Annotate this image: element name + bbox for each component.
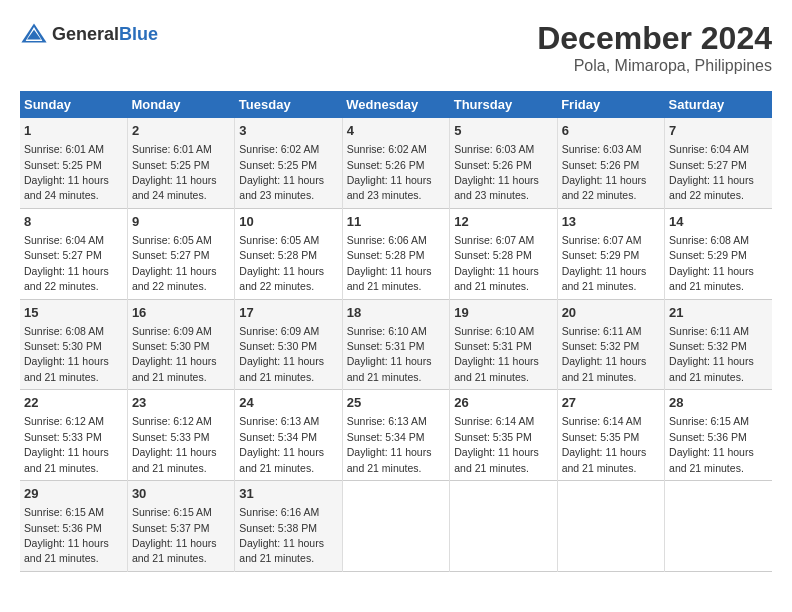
daylight-info: Daylight: 11 hours and 21 minutes. [239,537,324,564]
calendar-week-5: 29 Sunrise: 6:15 AM Sunset: 5:36 PM Dayl… [20,481,772,572]
day-number: 12 [454,213,552,231]
sunrise-info: Sunrise: 6:10 AM [454,325,534,337]
sunset-info: Sunset: 5:29 PM [562,249,640,261]
daylight-info: Daylight: 11 hours and 21 minutes. [239,355,324,382]
sunrise-info: Sunrise: 6:06 AM [347,234,427,246]
calendar-cell: 12 Sunrise: 6:07 AM Sunset: 5:28 PM Dayl… [450,208,557,299]
daylight-info: Daylight: 11 hours and 21 minutes. [347,446,432,473]
calendar-week-3: 15 Sunrise: 6:08 AM Sunset: 5:30 PM Dayl… [20,299,772,390]
calendar-cell: 19 Sunrise: 6:10 AM Sunset: 5:31 PM Dayl… [450,299,557,390]
day-number: 22 [24,394,123,412]
sunrise-info: Sunrise: 6:07 AM [562,234,642,246]
sunrise-info: Sunrise: 6:02 AM [239,143,319,155]
sunset-info: Sunset: 5:35 PM [454,431,532,443]
calendar-table: SundayMondayTuesdayWednesdayThursdayFrid… [20,91,772,572]
calendar-cell: 24 Sunrise: 6:13 AM Sunset: 5:34 PM Dayl… [235,390,342,481]
daylight-info: Daylight: 11 hours and 21 minutes. [669,446,754,473]
sunset-info: Sunset: 5:38 PM [239,522,317,534]
daylight-info: Daylight: 11 hours and 21 minutes. [454,355,539,382]
sunset-info: Sunset: 5:34 PM [239,431,317,443]
day-number: 16 [132,304,230,322]
day-number: 7 [669,122,768,140]
sunset-info: Sunset: 5:25 PM [132,159,210,171]
calendar-cell: 16 Sunrise: 6:09 AM Sunset: 5:30 PM Dayl… [127,299,234,390]
calendar-cell: 2 Sunrise: 6:01 AM Sunset: 5:25 PM Dayli… [127,118,234,208]
sunset-info: Sunset: 5:34 PM [347,431,425,443]
sunrise-info: Sunrise: 6:03 AM [454,143,534,155]
sunset-info: Sunset: 5:36 PM [669,431,747,443]
day-number: 20 [562,304,660,322]
day-number: 25 [347,394,445,412]
daylight-info: Daylight: 11 hours and 22 minutes. [669,174,754,201]
day-number: 4 [347,122,445,140]
sunset-info: Sunset: 5:27 PM [24,249,102,261]
sunrise-info: Sunrise: 6:09 AM [132,325,212,337]
day-number: 13 [562,213,660,231]
sunset-info: Sunset: 5:28 PM [454,249,532,261]
sunrise-info: Sunrise: 6:01 AM [24,143,104,155]
calendar-cell [342,481,449,572]
daylight-info: Daylight: 11 hours and 23 minutes. [347,174,432,201]
daylight-info: Daylight: 11 hours and 21 minutes. [132,537,217,564]
calendar-cell: 28 Sunrise: 6:15 AM Sunset: 5:36 PM Dayl… [665,390,772,481]
sunrise-info: Sunrise: 6:01 AM [132,143,212,155]
logo-blue: Blue [119,24,158,44]
day-number: 26 [454,394,552,412]
month-year: December 2024 [537,20,772,57]
daylight-info: Daylight: 11 hours and 21 minutes. [24,537,109,564]
sunrise-info: Sunrise: 6:05 AM [132,234,212,246]
sunrise-info: Sunrise: 6:15 AM [669,415,749,427]
day-number: 6 [562,122,660,140]
calendar-cell: 29 Sunrise: 6:15 AM Sunset: 5:36 PM Dayl… [20,481,127,572]
weekday-header-sunday: Sunday [20,91,127,118]
calendar-cell: 17 Sunrise: 6:09 AM Sunset: 5:30 PM Dayl… [235,299,342,390]
calendar-cell: 22 Sunrise: 6:12 AM Sunset: 5:33 PM Dayl… [20,390,127,481]
sunrise-info: Sunrise: 6:11 AM [669,325,749,337]
daylight-info: Daylight: 11 hours and 22 minutes. [562,174,647,201]
calendar-cell [665,481,772,572]
calendar-cell: 26 Sunrise: 6:14 AM Sunset: 5:35 PM Dayl… [450,390,557,481]
day-number: 14 [669,213,768,231]
sunset-info: Sunset: 5:36 PM [24,522,102,534]
calendar-cell: 14 Sunrise: 6:08 AM Sunset: 5:29 PM Dayl… [665,208,772,299]
day-number: 11 [347,213,445,231]
day-number: 5 [454,122,552,140]
sunrise-info: Sunrise: 6:12 AM [132,415,212,427]
weekday-header-friday: Friday [557,91,664,118]
calendar-cell: 25 Sunrise: 6:13 AM Sunset: 5:34 PM Dayl… [342,390,449,481]
sunrise-info: Sunrise: 6:11 AM [562,325,642,337]
day-number: 8 [24,213,123,231]
day-number: 18 [347,304,445,322]
location: Pola, Mimaropa, Philippines [537,57,772,75]
sunrise-info: Sunrise: 6:04 AM [669,143,749,155]
sunset-info: Sunset: 5:30 PM [132,340,210,352]
calendar-week-1: 1 Sunrise: 6:01 AM Sunset: 5:25 PM Dayli… [20,118,772,208]
daylight-info: Daylight: 11 hours and 21 minutes. [669,355,754,382]
sunrise-info: Sunrise: 6:05 AM [239,234,319,246]
day-number: 2 [132,122,230,140]
day-number: 15 [24,304,123,322]
weekday-header-tuesday: Tuesday [235,91,342,118]
sunrise-info: Sunrise: 6:08 AM [669,234,749,246]
daylight-info: Daylight: 11 hours and 24 minutes. [24,174,109,201]
daylight-info: Daylight: 11 hours and 21 minutes. [562,355,647,382]
sunset-info: Sunset: 5:26 PM [562,159,640,171]
calendar-cell: 27 Sunrise: 6:14 AM Sunset: 5:35 PM Dayl… [557,390,664,481]
weekday-header-monday: Monday [127,91,234,118]
calendar-cell: 20 Sunrise: 6:11 AM Sunset: 5:32 PM Dayl… [557,299,664,390]
daylight-info: Daylight: 11 hours and 21 minutes. [562,265,647,292]
day-number: 24 [239,394,337,412]
day-number: 30 [132,485,230,503]
calendar-cell: 30 Sunrise: 6:15 AM Sunset: 5:37 PM Dayl… [127,481,234,572]
daylight-info: Daylight: 11 hours and 23 minutes. [239,174,324,201]
daylight-info: Daylight: 11 hours and 21 minutes. [132,446,217,473]
sunset-info: Sunset: 5:37 PM [132,522,210,534]
weekday-header-saturday: Saturday [665,91,772,118]
calendar-cell: 7 Sunrise: 6:04 AM Sunset: 5:27 PM Dayli… [665,118,772,208]
calendar-week-4: 22 Sunrise: 6:12 AM Sunset: 5:33 PM Dayl… [20,390,772,481]
day-number: 1 [24,122,123,140]
sunrise-info: Sunrise: 6:07 AM [454,234,534,246]
sunrise-info: Sunrise: 6:13 AM [239,415,319,427]
daylight-info: Daylight: 11 hours and 21 minutes. [24,446,109,473]
day-number: 21 [669,304,768,322]
